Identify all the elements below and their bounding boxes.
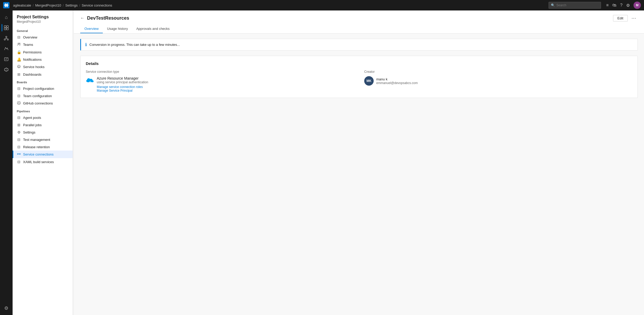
svg-rect-2 [4,28,6,30]
service-info: Azure Resource Manager using service pri… [97,76,148,92]
sidebar-item-github-connections[interactable]: GitHub connections [13,100,73,107]
svg-point-11 [17,101,20,104]
sidebar-item-pipeline-settings[interactable]: ⚙ Settings [13,129,73,136]
team-config-icon: ⊟ [17,94,21,98]
svg-rect-1 [7,26,8,27]
content-header: ← DevTestResources Edit ⋯ Overview Usage… [74,10,644,34]
test-management-icon: ⊟ [17,137,21,142]
settings-nav-header: Project Settings MergedProject10 [13,15,73,27]
search-bar[interactable]: 🔍 [549,2,601,9]
sidebar-item-overview[interactable]: ⊟ Overview [13,34,73,41]
release-retention-icon: ⊟ [17,145,21,149]
service-connections-icon [17,152,21,157]
notifications-icon: 🔔 [17,57,21,62]
nav-section-pipelines: Pipelines [13,107,73,114]
breadcrumb-org[interactable]: agileatscale [13,3,31,7]
user-avatar[interactable]: M [634,2,641,9]
tab-usage-history[interactable]: Usage history [103,25,132,33]
manage-roles-link[interactable]: Manage service connection roles [97,85,148,89]
topnav-icons: ≡ 🛍 ? ⚙ M [606,2,641,9]
xaml-build-icon: ⊟ [17,160,21,164]
page-title: DevTestResources [87,15,129,21]
sidebar-item-team-config[interactable]: ⊟ Team configuration [13,92,73,100]
sidebar-item-teams[interactable]: Teams [13,41,73,48]
shopping-bag-icon[interactable]: 🛍 [612,3,616,8]
svg-rect-0 [4,26,6,27]
sidebar-icon-pipelines[interactable] [2,44,11,53]
sidebar-icon-artifacts[interactable] [2,65,11,74]
svg-point-4 [6,36,7,38]
breadcrumb: agileatscale / MergedProject10 / Setting… [13,3,112,7]
sidebar-icon-settings[interactable]: ⚙ [2,303,11,313]
parallel-jobs-icon: ⊞ [17,123,21,127]
sidebar-item-xaml-build[interactable]: ⊟ XAML build services [13,158,73,165]
service-hooks-icon [17,65,21,69]
github-icon [17,101,21,106]
edit-button[interactable]: Edit [613,15,628,21]
breadcrumb-settings[interactable]: Settings [65,3,78,7]
details-col-creator: Creator MK manu k emmanuel@devopsabcs.co… [364,70,632,92]
manage-service-principal-link[interactable]: Manage Service Principal [97,89,148,92]
tab-approvals-checks[interactable]: Approvals and checks [132,25,174,33]
teams-icon [17,42,21,47]
svg-point-8 [18,43,19,44]
sidebar-item-test-management[interactable]: ⊟ Test management [13,136,73,143]
svg-point-13 [19,153,20,154]
svg-point-9 [19,43,20,44]
overview-icon: ⊟ [17,35,21,39]
creator-label: Creator [364,70,632,74]
settings-nav-panel: Project Settings MergedProject10 General… [13,10,73,315]
sidebar-item-agent-pools[interactable]: ⊟ Agent pools [13,114,73,121]
nav-section-boards: Boards [13,78,73,85]
tab-overview[interactable]: Overview [80,25,103,33]
svg-point-6 [7,39,9,40]
sidebar-item-service-connections[interactable]: Service connections [13,151,73,158]
breadcrumb-project[interactable]: MergedProject10 [35,3,61,7]
main-content: ← DevTestResources Edit ⋯ Overview Usage… [74,10,644,315]
creator-email: emmanuel@devopsabcs.com [376,81,418,85]
info-icon: ℹ [85,42,87,47]
back-button[interactable]: ← [80,16,84,20]
sidebar-icon-testplans[interactable] [2,54,11,64]
task-list-icon[interactable]: ≡ [606,3,609,8]
sidebar-item-permissions[interactable]: 🔒 Permissions [13,48,73,56]
settings-nav-title: Project Settings [17,15,68,19]
breadcrumb-current[interactable]: Service connections [82,3,112,7]
search-icon: 🔍 [551,3,555,7]
content-body: ℹ Conversion in progress. This can take … [74,34,644,103]
sidebar-item-release-retention[interactable]: ⊟ Release retention [13,143,73,151]
pipeline-settings-icon: ⚙ [17,130,21,134]
svg-point-5 [4,39,6,40]
sidebar-icon-repos[interactable] [2,34,11,43]
nav-section-general: General [13,27,73,34]
service-type-label: Service connection type [86,70,354,74]
sidebar-item-notifications[interactable]: 🔔 Notifications [13,56,73,63]
project-config-icon: ⊟ [17,86,21,91]
search-input[interactable] [556,3,599,7]
svg-rect-3 [7,28,8,30]
info-banner-message: Conversion in progress. This can take up… [89,43,180,47]
dashboards-icon: ⊞ [17,72,21,76]
service-name: Azure Resource Manager [97,76,148,80]
details-card: Details Service connection type [80,56,638,98]
creator-avatar: MK [364,76,374,86]
creator-row: MK manu k emmanuel@devopsabcs.com [364,76,632,86]
sidebar-icon-boards[interactable] [2,23,11,32]
creator-name: manu k [376,77,418,81]
more-options-button[interactable]: ⋯ [630,15,638,21]
sidebar-item-parallel-jobs[interactable]: ⊞ Parallel jobs [13,121,73,129]
sidebar-item-service-hooks[interactable]: Service hooks [13,63,73,71]
sidebar-item-project-config[interactable]: ⊟ Project configuration [13,85,73,92]
help-icon[interactable]: ? [620,3,622,8]
agent-pools-icon: ⊟ [17,115,21,120]
app-logo[interactable] [3,2,9,8]
content-tabs: Overview Usage history Approvals and che… [80,25,638,33]
sidebar-icon-home[interactable]: ⌂ [2,13,11,22]
details-title: Details [86,61,632,66]
creator-info: manu k emmanuel@devopsabcs.com [376,77,418,85]
settings-icon[interactable]: ⚙ [626,3,630,8]
permissions-icon: 🔒 [17,50,21,54]
top-nav: agileatscale / MergedProject10 / Setting… [0,0,644,10]
sidebar-item-dashboards[interactable]: ⊞ Dashboards [13,71,73,78]
azure-rm-icon [86,76,94,85]
